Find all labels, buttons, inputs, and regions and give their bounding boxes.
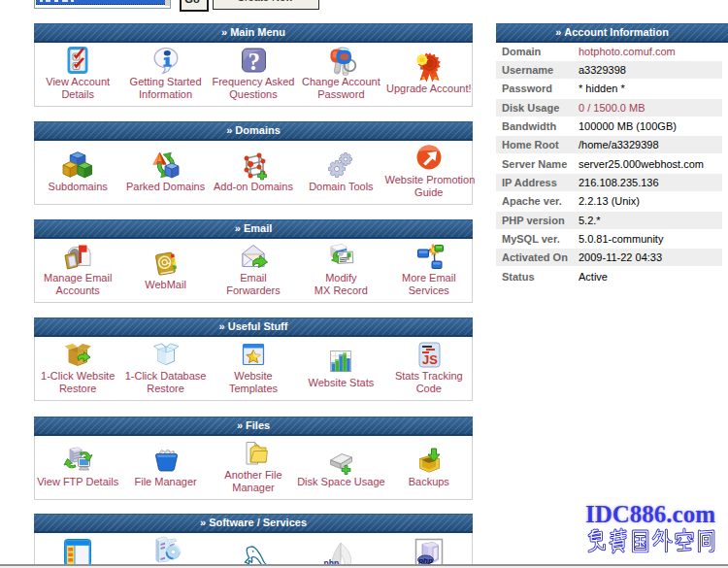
svg-text:?: ? [248,49,260,75]
svg-text:JS: JS [422,352,438,367]
